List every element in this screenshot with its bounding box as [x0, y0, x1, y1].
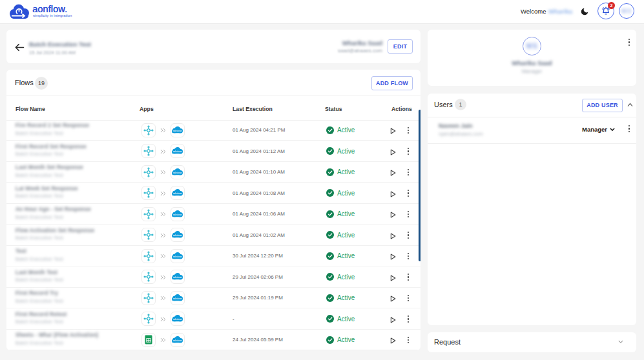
svg-text:salesforce: salesforce [173, 297, 182, 299]
svg-text:salesforce: salesforce [173, 339, 182, 341]
svg-text:salesforce: salesforce [173, 318, 182, 321]
svg-text:salesforce: salesforce [173, 171, 182, 174]
svg-text:salesforce: salesforce [173, 276, 182, 279]
svg-text:salesforce: salesforce [173, 213, 182, 215]
svg-text:salesforce: salesforce [173, 192, 182, 195]
svg-text:salesforce: salesforce [173, 150, 182, 153]
svg-text:salesforce: salesforce [173, 129, 182, 132]
svg-text:salesforce: salesforce [173, 234, 182, 237]
svg-text:salesforce: salesforce [173, 255, 182, 257]
